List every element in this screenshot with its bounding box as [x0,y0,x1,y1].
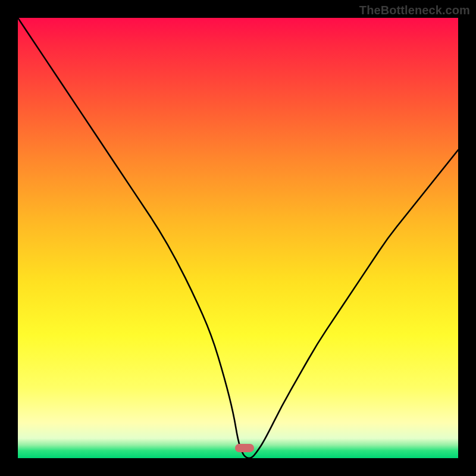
sweet-spot-marker [235,444,254,452]
plot-area [18,18,458,458]
chart-frame: TheBottleneck.com [0,0,476,476]
curve-path [18,18,458,458]
watermark-text: TheBottleneck.com [359,4,470,17]
bottleneck-curve [18,18,458,458]
